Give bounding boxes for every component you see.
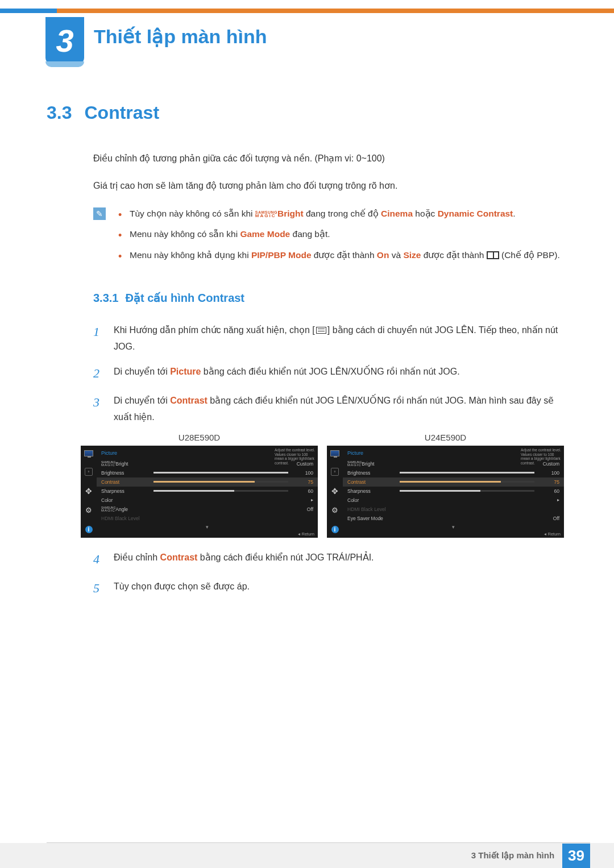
section-number: 3.3 — [47, 102, 72, 123]
osd-panel-right: Picture Adjust the contrast level. Value… — [343, 446, 564, 538]
osd-item: Sharpness60 — [343, 487, 564, 496]
step-5: 5 Tùy chọn được chọn sẽ được áp. — [93, 577, 564, 600]
osd-item: SAMSUNGMAGICAngleOff — [97, 505, 318, 514]
osd-item: Contrast75 — [343, 477, 564, 487]
note-list: Tùy chọn này không có sẵn khi SAMSUNGMAG… — [116, 206, 560, 268]
note-box: ✎ Tùy chọn này không có sẵn khi SAMSUNGM… — [93, 206, 564, 268]
info-icon: i — [331, 526, 339, 533]
note-item-2: Menu này không có sẵn khi Game Mode đang… — [116, 227, 560, 242]
osd-item: Brightness100 — [97, 468, 318, 477]
samsung-magic-logo: SAMSUNGMAGIC — [255, 211, 277, 218]
menu-icon — [316, 327, 326, 334]
monitor-icon — [330, 450, 339, 456]
osd-item: Color▸ — [343, 496, 564, 505]
steps-list-cont: 4 Điều chỉnh Contrast bằng cách điều khi… — [93, 548, 564, 600]
step-1: 1 Khi Hướng dẫn phím chức năng xuất hiện… — [93, 321, 564, 355]
osd-screenshots: U28E590D ▫ ✥ ⚙ i Picture Adjust the cont… — [81, 433, 564, 538]
osd-item: HDMI Black Level — [343, 505, 564, 514]
pbp-icon — [487, 251, 499, 259]
osd-tip: Adjust the contrast level. Values closer… — [521, 448, 562, 466]
note-item-3: Menu này không khả dụng khi PIP/PBP Mode… — [116, 248, 560, 263]
osd-item: Brightness100 — [343, 468, 564, 477]
osd-model-right: U24E590D — [327, 433, 564, 442]
note-icon: ✎ — [93, 207, 106, 220]
pip-icon: ▫ — [85, 468, 93, 476]
info-icon: i — [85, 526, 93, 533]
osd-right: U24E590D ▫ ✥ ⚙ i Picture Adjust the cont… — [327, 433, 564, 538]
osd-left: U28E590D ▫ ✥ ⚙ i Picture Adjust the cont… — [81, 433, 318, 538]
step-2: 2 Di chuyển tới Picture bằng cách điều k… — [93, 362, 564, 385]
section-heading: 3.3Contrast — [47, 102, 564, 123]
osd-panel-left: Picture Adjust the contrast level. Value… — [97, 446, 318, 538]
osd-return: ◂ Return — [298, 531, 314, 537]
arrows-icon: ✥ — [84, 487, 93, 495]
osd-tip: Adjust the contrast level. Values closer… — [275, 448, 316, 466]
chevron-down-icon: ▾ — [343, 523, 564, 530]
osd-sidebar: ▫ ✥ ⚙ i — [327, 446, 343, 538]
monitor-icon — [84, 450, 93, 456]
footer-text: 3 Thiết lập màn hình — [471, 850, 554, 861]
page-footer: 3 Thiết lập màn hình 39 — [0, 843, 614, 868]
osd-model-left: U28E590D — [81, 433, 318, 442]
note-item-1: Tùy chọn này không có sẵn khi SAMSUNGMAG… — [116, 206, 560, 221]
osd-item: Contrast75 — [97, 477, 318, 487]
paragraph-1: Điều chỉnh độ tương phản giữa các đối tư… — [93, 152, 564, 165]
steps-list: 1 Khi Hướng dẫn phím chức năng xuất hiện… — [93, 321, 564, 426]
step-3: 3 Di chuyển tới Contrast bằng cách điều … — [93, 391, 564, 426]
chevron-down-icon: ▾ — [97, 523, 318, 530]
subsection-heading: 3.3.1Đặt cấu hình Contrast — [93, 291, 564, 305]
pip-icon: ▫ — [331, 468, 339, 476]
osd-item: Sharpness60 — [97, 487, 318, 496]
step-4: 4 Điều chỉnh Contrast bằng cách điều khi… — [93, 548, 564, 571]
page-number: 39 — [562, 844, 590, 868]
arrows-icon: ✥ — [330, 487, 339, 495]
osd-item: Color▸ — [97, 496, 318, 505]
paragraph-2: Giá trị cao hơn sẽ làm tăng độ tương phả… — [93, 179, 564, 193]
section-title: Contrast — [84, 102, 159, 123]
chapter-number-badge: 3 — [45, 17, 84, 64]
chapter-title: Thiết lập màn hình — [94, 25, 267, 48]
top-accent-bar — [0, 9, 614, 13]
gear-icon: ⚙ — [330, 506, 339, 514]
osd-sidebar: ▫ ✥ ⚙ i — [81, 446, 97, 538]
osd-return: ◂ Return — [544, 531, 561, 537]
osd-item: Eye Saver ModeOff — [343, 514, 564, 523]
osd-item: HDMI Black Level — [97, 514, 318, 523]
gear-icon: ⚙ — [84, 506, 93, 514]
page-content: 3.3Contrast Điều chỉnh độ tương phản giữ… — [47, 102, 564, 607]
